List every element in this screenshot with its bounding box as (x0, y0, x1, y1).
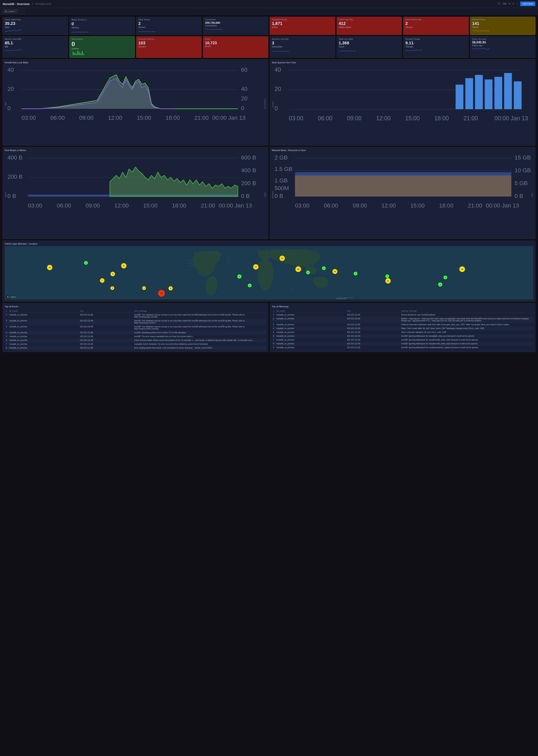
cell-host: 103.102.131.80 (79, 331, 133, 335)
cell-host: 103.102.131.80 (346, 323, 400, 326)
map-location-dot[interactable]: 1 (353, 272, 357, 276)
add-panel-button[interactable]: Add Panel (520, 2, 535, 6)
svg-text:00:00 Jan 13: 00:00 Jan 13 (212, 114, 245, 121)
stat-value: 141 (472, 22, 533, 26)
svg-text:0 B: 0 B (241, 193, 250, 199)
chart-innodb-row-lock: Innodb Row Lock Waits Rate 40 20 0 (3, 59, 268, 146)
cell-cluster: mariadb_on_premise (275, 317, 346, 323)
tab-db-cluster[interactable]: db_cluster * (3, 9, 18, 13)
svg-rect-35 (485, 79, 493, 109)
sparkline (5, 48, 66, 52)
arrow-down-icon (220, 21, 221, 24)
map-location-dot[interactable]: 2 (110, 286, 114, 290)
stats-row-1: Server Uptime (Da... 35.23 Days Master S… (3, 17, 535, 35)
map-location-dot[interactable]: 53 (280, 256, 285, 261)
svg-text:12:00: 12:00 (108, 114, 122, 121)
map-location-dot[interactable]: 7 (100, 278, 104, 283)
map-location-dot[interactable]: 3 (237, 274, 242, 279)
stat-title: Slave Servers with... (405, 19, 466, 21)
map-location-dot[interactable]: 20 (385, 278, 391, 284)
map-location-dot[interactable]: 1 (444, 276, 447, 279)
sparkline (138, 28, 199, 32)
stat-unit: Count (339, 45, 400, 48)
svg-text:20: 20 (275, 86, 281, 92)
svg-text:60: 60 (241, 67, 247, 73)
svg-text:00:00 Jan 13: 00:00 Jan 13 (495, 115, 528, 121)
stat-title: Errors (205, 38, 266, 40)
stat-server-uptime: Server Uptime (Da... 35.23 Days (3, 17, 68, 35)
cell-message: InnoDB: Ignoring tablespace for mysql/tr… (400, 346, 533, 349)
stat-unit: Clients (472, 26, 533, 28)
map-location-dot[interactable]: 2 (142, 286, 146, 290)
stat-title: Failed Login Atte... (339, 19, 400, 21)
map-location-dot[interactable]: 13 (253, 264, 258, 270)
svg-text:15:00: 15:00 (143, 202, 157, 209)
cell-cluster: mariadb_on_premise (275, 346, 346, 349)
map-location-dot[interactable]: 112 (158, 290, 165, 297)
map-location-dot[interactable]: 21 (121, 263, 127, 269)
cell-cluster: mariadb_on_premise (8, 338, 79, 342)
map-location-dot[interactable]: 1 (84, 261, 88, 265)
cell-message: mariadbd: Event Scheduler: An error occu… (133, 342, 266, 346)
stat-unit: Servers (72, 27, 133, 29)
arrow-up-icon (414, 40, 415, 45)
map-location-dot[interactable]: 3 (438, 283, 442, 286)
map-location-dot[interactable]: 48 (459, 266, 465, 272)
cell-message: Access denied for user 'root'@'localhost… (400, 313, 533, 317)
map-card: Failed Login Attempts - Location (3, 240, 535, 302)
map-location-dot[interactable]: 5 (110, 272, 115, 276)
row-num: 2 (272, 317, 275, 323)
map-location-dot[interactable]: 56 (296, 266, 301, 272)
y-axis-label-right: Current Locks (264, 98, 266, 109)
stat-title: FSync Op Count (472, 38, 533, 40)
svg-text:03:00: 03:00 (295, 202, 309, 209)
row-num: 1 (5, 313, 8, 319)
svg-text:15:00: 15:00 (137, 114, 151, 121)
stat-value: 412 (339, 22, 400, 26)
map-location-dot[interactable]: 5 (169, 286, 173, 290)
svg-text:200 B: 200 B (241, 180, 256, 186)
stat-memory-used: Memory Used (MB) 85.1 MB (3, 36, 68, 58)
stat-value: 2 (138, 22, 199, 26)
clock-icon: ⏱ (498, 2, 500, 5)
y-axis-label-right: Sent (531, 193, 533, 197)
chart-title: Disk Reads vs Writes (5, 149, 266, 152)
map-location-dot[interactable]: 13 (47, 265, 52, 270)
map-location-dot[interactable]: 1 (248, 284, 252, 287)
svg-rect-6 (82, 51, 83, 55)
add-tab-button[interactable]: + (20, 9, 24, 14)
cell-host: 103.102.131.80 (79, 313, 133, 319)
map-location-dot[interactable]: 1 (322, 266, 326, 270)
table-row: 6 mariadb_on_premise 103.102.131.80 Inno… (272, 334, 533, 338)
map-location-dot[interactable]: 1 (306, 271, 310, 274)
cell-message: InnoDB: Ignoring tablespace for mysql/in… (400, 338, 533, 342)
stat-slave-servers-with: Slave Servers with... 2 Servers (403, 17, 469, 35)
table-row: 7 mariadb_on_premise 103.102.131.80 Inno… (272, 338, 533, 342)
refresh-icon[interactable]: ↻ (509, 2, 511, 5)
map-location-dot[interactable]: 10 (332, 269, 337, 274)
map-container[interactable]: North Pacific Ocean North Atlantic Ocean… (5, 246, 533, 300)
charts-row-1: Innodb Row Lock Waits Rate 40 20 0 (3, 59, 535, 146)
chart-disk-reads-writes: Disk Reads vs Writes Reads 400 B 200 B 0… (3, 147, 268, 239)
cell-cluster: mariadb_on_premise (8, 342, 79, 346)
cell-message: Error reading packet from server: Lost c… (133, 346, 266, 350)
time-range[interactable]: -24h (502, 2, 507, 5)
svg-text:12:00: 12:00 (381, 202, 396, 209)
sparkline (72, 29, 133, 32)
svg-rect-1 (74, 53, 75, 55)
sparkline (472, 47, 533, 50)
filter-icon[interactable]: ▽ (512, 2, 514, 5)
svg-text:06:00: 06:00 (318, 115, 332, 121)
svg-text:1.5 GB: 1.5 GB (275, 166, 293, 172)
cell-message: InnoDB: Ignoring tablespace for mysql/gt… (400, 334, 533, 338)
stat-title: Aborted Clients (472, 19, 533, 21)
cell-cluster: mariadb_on_premise (8, 319, 79, 325)
table-row: 2 mariadb_on_premise 103.102.131.80 Inno… (5, 319, 266, 325)
stat-failed-logins: Failed Login Atte... 412 Failed Logins (337, 17, 402, 35)
stat-title: Server Uptime (Da... (5, 19, 66, 21)
map-location-dot[interactable]: 1 (385, 274, 389, 278)
more-icon[interactable]: ⋮ (516, 2, 518, 5)
row-num: 6 (272, 334, 275, 338)
svg-rect-38 (514, 82, 521, 109)
cell-message: InnoDB: Operating system error number 13… (133, 331, 266, 335)
